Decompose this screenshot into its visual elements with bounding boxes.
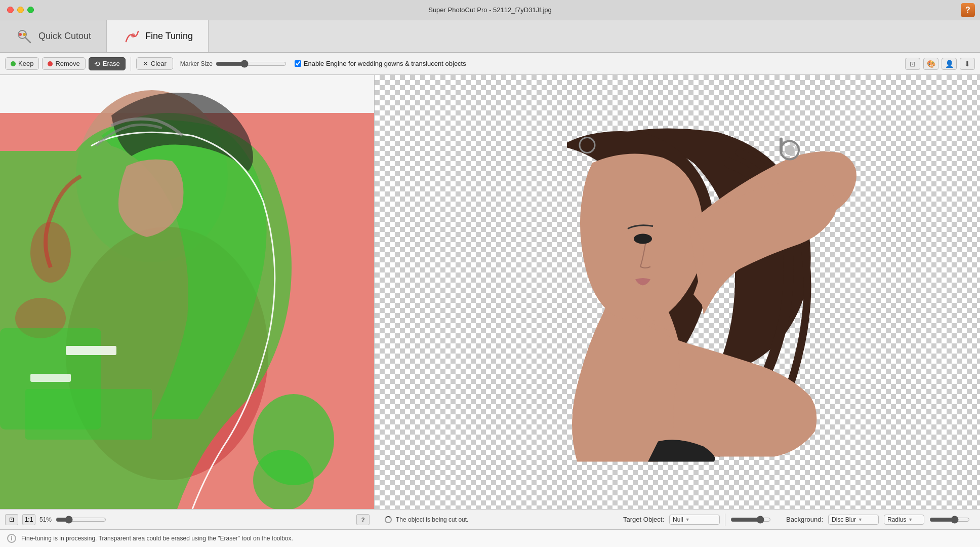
- remove-button[interactable]: Remove: [42, 57, 85, 70]
- info-icon: i: [7, 534, 16, 543]
- svg-point-2: [23, 33, 26, 36]
- tab-fine-tuning-label: Fine Tuning: [145, 31, 193, 42]
- quick-cutout-icon: [15, 27, 33, 46]
- left-canvas[interactable]: [0, 75, 374, 509]
- background-select[interactable]: Disc Blur ▼: [828, 515, 879, 525]
- export-button[interactable]: ⬇: [960, 58, 975, 70]
- remove-dot: [48, 61, 53, 66]
- svg-rect-13: [66, 346, 116, 355]
- param-divider-1: [725, 514, 725, 526]
- minimize-button[interactable]: [17, 7, 24, 13]
- svg-rect-14: [30, 374, 71, 382]
- main-content: [0, 75, 980, 509]
- bottom-controls: ⊡ 1:1 51% ? The object is being cut out.…: [0, 509, 980, 529]
- right-panel: [375, 75, 980, 509]
- target-object-row: Target Object: Null ▼: [623, 514, 771, 526]
- fine-tuning-icon: [122, 27, 140, 46]
- tab-fine-tuning[interactable]: Fine Tuning: [107, 20, 209, 52]
- window-title: Super PhotoCut Pro - 52112_f7yD31Jf.jpg: [428, 6, 552, 14]
- background-value: Disc Blur: [832, 516, 856, 523]
- marker-size-slider-container: [216, 60, 287, 68]
- erase-label: Erase: [103, 60, 120, 67]
- fit-view-button[interactable]: ⊡: [905, 58, 920, 70]
- tab-quick-cutout-label: Quick Cutout: [38, 31, 91, 42]
- left-image-svg: [0, 75, 375, 509]
- radius-select[interactable]: Radius ▼: [884, 515, 924, 525]
- background-label: Background:: [786, 516, 823, 523]
- help-tool-button[interactable]: ?: [356, 514, 370, 525]
- reset-zoom-button[interactable]: 1:1: [22, 514, 35, 525]
- titlebar: Super PhotoCut Pro - 52112_f7yD31Jf.jpg …: [0, 0, 980, 20]
- target-object-slider[interactable]: [730, 516, 771, 524]
- radius-slider[interactable]: [929, 516, 970, 524]
- processing-spinner: [385, 516, 392, 523]
- marker-size-slider[interactable]: [216, 60, 287, 68]
- close-button[interactable]: [7, 7, 14, 13]
- target-object-label: Target Object:: [623, 516, 664, 523]
- engine-checkbox-container[interactable]: Enable Engine for wedding gowns & transl…: [295, 60, 466, 67]
- target-object-arrow: ▼: [685, 517, 690, 522]
- right-canvas[interactable]: [375, 75, 980, 509]
- tabbar: Quick Cutout Fine Tuning: [0, 20, 980, 53]
- right-image-svg: [375, 75, 980, 509]
- divider-1: [131, 57, 131, 71]
- svg-rect-12: [25, 389, 152, 440]
- engine-label: Enable Engine for wedding gowns & transl…: [304, 60, 466, 67]
- background-arrow: ▼: [858, 517, 863, 522]
- left-panel: [0, 75, 375, 509]
- clear-button[interactable]: ✕ Clear: [136, 57, 173, 70]
- target-object-value: Null: [673, 516, 683, 523]
- svg-point-17: [634, 234, 652, 244]
- svg-line-3: [25, 37, 30, 43]
- fit-zoom-button[interactable]: ⊡: [5, 514, 18, 525]
- processing-status: The object is being cut out.: [385, 516, 468, 523]
- svg-point-9: [30, 222, 71, 283]
- svg-point-4: [131, 33, 135, 37]
- target-object-select[interactable]: Null ▼: [669, 515, 720, 525]
- keep-dot: [11, 61, 16, 66]
- clear-label: Clear: [151, 60, 167, 67]
- processing-label: The object is being cut out.: [396, 516, 468, 523]
- remove-label: Remove: [55, 60, 79, 67]
- svg-point-1: [19, 33, 22, 36]
- tab-quick-cutout[interactable]: Quick Cutout: [0, 20, 107, 52]
- right-params: The object is being cut out. Target Obje…: [375, 509, 980, 529]
- maximize-button[interactable]: [27, 7, 34, 13]
- svg-rect-20: [780, 138, 783, 153]
- person-view-button[interactable]: 👤: [942, 58, 957, 70]
- zoom-slider[interactable]: [56, 516, 106, 524]
- background-row: Background: Disc Blur ▼ Radius ▼: [786, 515, 970, 525]
- status-text: Fine-tuning is in processing. Transparen…: [21, 535, 293, 542]
- zoom-controls: ⊡ 1:1 51% ?: [0, 509, 375, 529]
- svg-point-19: [785, 145, 795, 155]
- keep-label: Keep: [18, 60, 33, 67]
- zoom-percent: 51%: [39, 516, 52, 523]
- radius-arrow: ▼: [908, 517, 913, 522]
- color-view-button[interactable]: 🎨: [923, 58, 938, 70]
- keep-button[interactable]: Keep: [5, 57, 39, 70]
- toolbar: Keep Remove ⟲ Erase ✕ Clear Marker Size …: [0, 53, 980, 75]
- erase-icon: ⟲: [94, 60, 100, 68]
- erase-button[interactable]: ⟲ Erase: [89, 57, 126, 70]
- statusbar: i Fine-tuning is in processing. Transpar…: [0, 529, 980, 547]
- traffic-lights: [7, 7, 34, 13]
- radius-label: Radius: [887, 516, 906, 523]
- marker-size-label: Marker Size: [180, 60, 213, 67]
- help-button[interactable]: ?: [961, 3, 975, 17]
- clear-icon: ✕: [143, 60, 148, 67]
- engine-checkbox[interactable]: [295, 60, 301, 67]
- toolbar-right: ⊡ 🎨 👤 ⬇: [905, 58, 975, 70]
- svg-point-16: [253, 450, 314, 509]
